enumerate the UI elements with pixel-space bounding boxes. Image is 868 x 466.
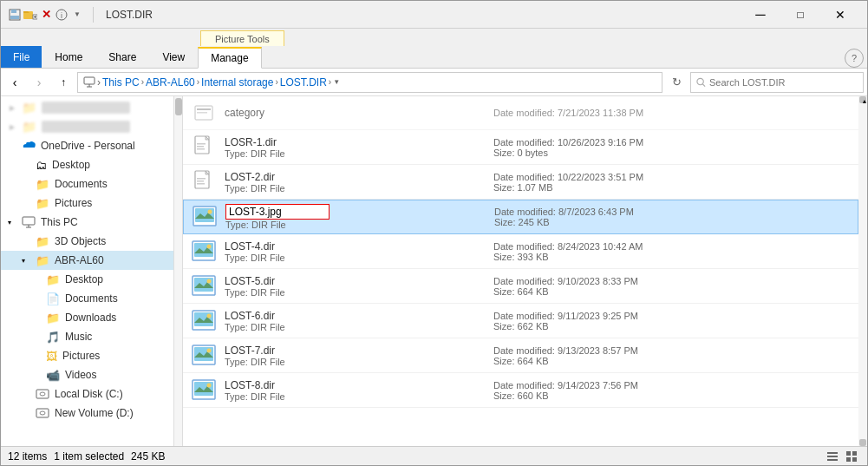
tab-manage[interactable]: Manage [198, 47, 261, 69]
category-icon [190, 99, 218, 127]
folder-videos-icon: 📹 [46, 369, 60, 382]
breadcrumb-lostdir[interactable]: LOST.DIR [280, 76, 327, 89]
sidebar-item-blurred2[interactable]: ▶ 📁 ████████████ [1, 117, 173, 136]
lost7-date: Date modified: 9/13/2023 8:57 PM [493, 345, 852, 356]
svg-rect-19 [36, 409, 49, 417]
tab-home[interactable]: Home [42, 47, 95, 68]
lost2-filetype: Type: DIR File [225, 183, 493, 194]
list-item[interactable]: LOSR-1.dir Type: DIR File Date modified:… [183, 130, 858, 165]
breadcrumb-dropdown[interactable]: ▼ [333, 78, 340, 86]
svg-rect-14 [23, 217, 35, 225]
rename-input[interactable] [225, 204, 330, 220]
back-button[interactable]: ‹ [4, 72, 25, 93]
filelist-scrollbar[interactable]: ▲ [858, 96, 867, 446]
search-bar[interactable] [690, 72, 864, 93]
view-buttons [824, 449, 860, 464]
breadcrumb-storage[interactable]: Internal storage [201, 76, 273, 89]
list-item[interactable]: LOST-6.dir Type: DIR File Date modified:… [183, 304, 858, 338]
selected-count: 1 item selected [54, 450, 124, 463]
sidebar-item-local-disk-c[interactable]: Local Disk (C:) [1, 384, 173, 404]
folder-doc-icon: 📁 [36, 178, 49, 191]
forward-button[interactable]: › [29, 72, 49, 93]
list-item[interactable]: LOST-2.dir Type: DIR File Date modified:… [183, 165, 858, 200]
svg-point-46 [207, 348, 212, 352]
breadcrumb-abral60[interactable]: ABR-AL60 [146, 76, 195, 89]
sidebar-item-documents[interactable]: 📁 Documents [1, 174, 173, 194]
disk-d-icon [36, 407, 49, 419]
sidebar-label-3d-objects: 3D Objects [55, 235, 106, 247]
sidebar-scrollbar[interactable] [174, 96, 183, 446]
minimize-button[interactable]: ─ [741, 1, 780, 29]
item-count: 12 items [8, 450, 47, 463]
expand-icon-thispc: ▾ [8, 219, 16, 226]
expand-icon2: ▶ [8, 122, 16, 131]
refresh-button[interactable]: ↻ [666, 72, 687, 93]
list-item-category[interactable]: category Date modified: 7/21/2023 11:38 … [183, 96, 858, 130]
sidebar-item-pictures1[interactable]: 📁 Pictures [1, 194, 173, 213]
lost2-namecol: LOST-2.dir Type: DIR File [225, 171, 493, 194]
lost8-filename: LOST-8.dir [225, 379, 493, 391]
sidebar-item-desktop2[interactable]: 📁 Desktop [1, 270, 173, 289]
filelist-scrollbar-down[interactable] [859, 439, 866, 446]
sidebar-label-music: Music [65, 331, 92, 343]
sidebar-item-documents2[interactable]: 📄 Documents [1, 289, 173, 308]
list-item[interactable]: LOST-4.dir Type: DIR File Date modified:… [183, 234, 858, 269]
losr1-icon [190, 134, 218, 161]
sidebar-item-music[interactable]: 🎵 Music [1, 327, 173, 346]
sidebar-scrollbar-thumb[interactable] [175, 98, 182, 115]
save-icon[interactable] [8, 8, 22, 22]
sidebar-item-onedrive[interactable]: OneDrive - Personal [1, 136, 173, 155]
lost3-date: Date modified: 8/7/2023 6:43 PM [494, 207, 851, 217]
close-button[interactable]: ✕ [820, 1, 860, 29]
new-folder-icon[interactable] [23, 8, 37, 22]
sidebar-item-blurred1[interactable]: ▶ 📁 ████████████ [1, 98, 173, 117]
tab-view[interactable]: View [149, 47, 198, 68]
delete-icon[interactable]: ✕ [39, 8, 53, 22]
filelist-scrollbar-up[interactable]: ▲ [859, 96, 866, 103]
losr1-meta: Date modified: 10/26/2023 9:16 PM Size: … [493, 137, 852, 158]
breadcrumb-thispc[interactable]: This PC [102, 76, 140, 89]
lost8-namecol: LOST-8.dir Type: DIR File [225, 379, 493, 402]
list-item[interactable]: LOST-7.dir Type: DIR File Date modified:… [183, 338, 858, 373]
sidebar-item-this-pc[interactable]: ▾ This PC [1, 213, 173, 232]
up-button[interactable]: ↑ [53, 72, 74, 93]
details-view-button[interactable] [824, 449, 841, 464]
tab-file[interactable]: File [1, 46, 42, 68]
lost6-meta: Date modified: 9/11/2023 9:25 PM Size: 6… [493, 311, 852, 331]
sidebar-label-onedrive: OneDrive - Personal [41, 140, 135, 152]
address-bar[interactable]: › This PC › ABR-AL60 › Internal storage … [77, 72, 662, 93]
lost5-date: Date modified: 9/10/2023 8:33 PM [493, 276, 852, 286]
lost2-icon [190, 168, 218, 196]
sidebar-label-local-disk-c: Local Disk (C:) [55, 388, 123, 400]
list-item-selected[interactable]: Type: DIR File Date modified: 8/7/2023 6… [183, 200, 858, 234]
qa-dropdown-icon[interactable]: ▼ [70, 8, 84, 22]
lost7-size: Size: 664 KB [493, 356, 852, 366]
sidebar-item-3d-objects[interactable]: 📁 3D Objects [1, 232, 173, 251]
sidebar-label-pictures2: Pictures [62, 350, 100, 362]
lost2-size: Size: 1.07 MB [493, 182, 852, 193]
svg-point-43 [207, 313, 212, 318]
maximize-button[interactable]: □ [780, 1, 820, 29]
lost7-filetype: Type: DIR File [225, 357, 493, 367]
sidebar-item-pictures2[interactable]: 🖼 Pictures [1, 346, 173, 365]
search-icon [696, 77, 706, 88]
folder-blue-icon: 🗂 [36, 159, 47, 172]
tab-share[interactable]: Share [95, 47, 149, 68]
search-input[interactable] [709, 77, 858, 88]
properties-icon[interactable]: i [55, 8, 69, 22]
sidebar-item-downloads[interactable]: 📁 Downloads [1, 308, 173, 327]
lost7-filename: LOST-7.dir [225, 345, 493, 357]
lost8-icon [190, 377, 218, 404]
sidebar-item-new-volume-d[interactable]: New Volume (D:) [1, 404, 173, 423]
list-item[interactable]: LOST-8.dir Type: DIR File Date modified:… [183, 373, 858, 408]
sidebar-item-desktop1[interactable]: 🗂 Desktop [1, 155, 173, 174]
large-icons-view-button[interactable] [843, 449, 860, 464]
lost5-icon [190, 272, 218, 300]
sidebar-item-abr-al60[interactable]: ▾ 📁 ABR-AL60 [1, 251, 173, 270]
lost6-date: Date modified: 9/11/2023 9:25 PM [493, 311, 852, 321]
lost4-date: Date modified: 8/24/2023 10:42 AM [493, 241, 852, 252]
sidebar-item-videos[interactable]: 📹 Videos [1, 365, 173, 384]
help-icon[interactable]: ? [845, 49, 864, 68]
list-item[interactable]: LOST-5.dir Type: DIR File Date modified:… [183, 269, 858, 304]
ribbon-section: Picture Tools File Home Share View Manag… [1, 29, 867, 69]
